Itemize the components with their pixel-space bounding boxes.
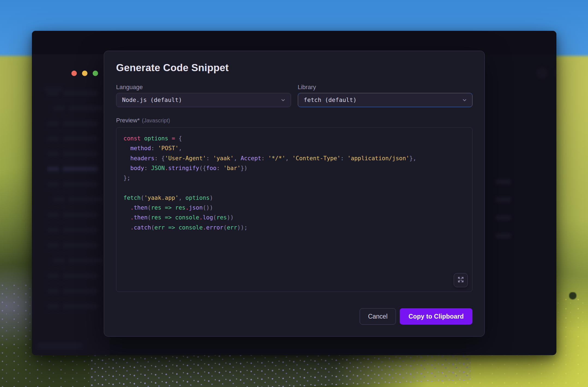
- library-select[interactable]: fetch (default): [298, 93, 473, 107]
- copy-to-clipboard-button[interactable]: Copy to Clipboard: [400, 308, 472, 325]
- language-field: Language Node.js (default): [116, 84, 291, 107]
- close-button[interactable]: [71, 71, 77, 76]
- language-label: Language: [116, 84, 291, 91]
- code-line: .catch(err => console.error(err));: [123, 223, 465, 232]
- generate-code-snippet-dialog: Generate Code Snippet Language Node.js (…: [104, 51, 485, 337]
- expand-code-button[interactable]: [454, 273, 468, 287]
- preview-language-hint: (Javascript): [142, 117, 170, 123]
- dialog-footer: Cancel Copy to Clipboard: [116, 308, 472, 325]
- library-label: Library: [298, 84, 473, 91]
- code-line: const options = {: [123, 134, 465, 143]
- code-content: const options = { method: 'POST', header…: [123, 134, 465, 232]
- code-line: fetch('yaak.app', options): [123, 193, 465, 203]
- preview-label: Preview*: [116, 117, 140, 124]
- minimize-button[interactable]: [82, 71, 87, 76]
- code-preview-editor[interactable]: const options = { method: 'POST', header…: [116, 127, 472, 292]
- library-field: Library fetch (default): [298, 84, 473, 107]
- code-line: [123, 183, 465, 193]
- dialog-fields-row: Language Node.js (default) Library fetch…: [116, 84, 472, 107]
- library-select-value: fetch (default): [304, 93, 357, 107]
- code-line: headers: {'User-Agent': 'yaak', Accept: …: [123, 153, 465, 163]
- code-line: method: 'POST',: [123, 143, 465, 153]
- expand-icon: [457, 276, 464, 284]
- chevron-down-icon: [280, 97, 286, 103]
- code-line: body: JSON.stringify({foo: 'bar'}): [123, 163, 465, 173]
- language-select[interactable]: Node.js (default): [116, 93, 291, 107]
- code-line: };: [123, 173, 465, 183]
- dialog-title: Generate Code Snippet: [116, 62, 472, 74]
- code-line: .then(res => res.json()): [123, 203, 465, 213]
- cancel-button[interactable]: Cancel: [360, 308, 396, 325]
- language-select-value: Node.js (default): [122, 93, 182, 107]
- preview-header: Preview*(Javascript): [116, 117, 472, 125]
- code-line: .then(res => console.log(res)): [123, 213, 465, 222]
- zoom-button[interactable]: [93, 71, 98, 76]
- wallpaper-tree: [569, 292, 577, 301]
- chevron-down-icon: [462, 97, 467, 103]
